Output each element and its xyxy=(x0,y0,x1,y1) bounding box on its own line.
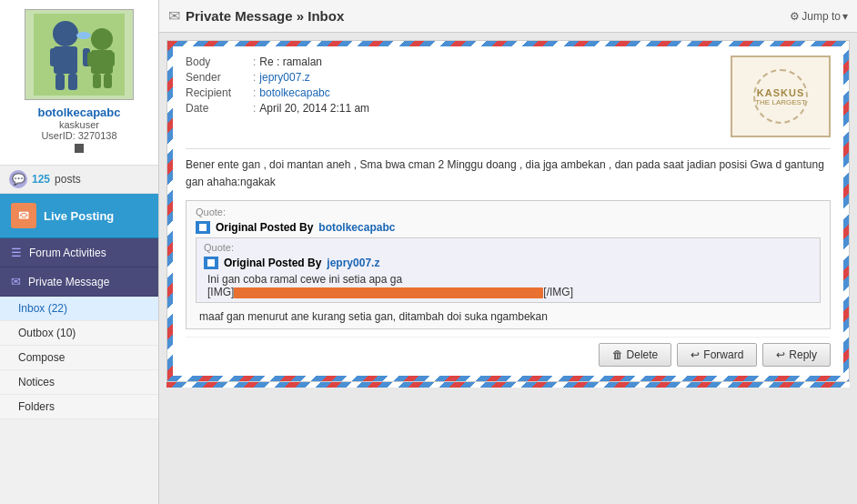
post-count-label: posts xyxy=(55,173,81,186)
sub-nav-folders[interactable]: Folders xyxy=(0,395,158,419)
inner-quote-author: jepry007.z xyxy=(327,257,379,269)
body-label: Body xyxy=(186,55,249,68)
stamp: KASKUS THE LARGEST xyxy=(731,55,831,137)
bottom-stripe xyxy=(166,382,850,388)
page-title: Private Message » Inbox xyxy=(186,8,344,24)
gear-icon: ⚙ xyxy=(790,10,800,23)
private-message-icon: ✉ xyxy=(11,275,21,288)
user-id: UserID: 3270138 xyxy=(41,130,116,141)
post-count-area: 💬 125 posts xyxy=(0,166,158,194)
page-title-area: ✉ Private Message » Inbox xyxy=(168,7,344,25)
sub-nav: Inbox (22) Outbox (10) Compose Notices F… xyxy=(0,297,158,419)
letter-outer: Body : Re : ramalan Sender : jepry007.z … xyxy=(166,40,850,382)
sub-nav-compose[interactable]: Compose xyxy=(0,346,158,370)
nav-private-label: Private Message xyxy=(28,276,109,288)
jump-to-button[interactable]: ⚙ Jump to ▾ xyxy=(790,10,848,23)
forward-icon: ↩ xyxy=(691,348,700,361)
nav-forum-label: Forum Activities xyxy=(29,247,106,259)
sub-nav-inbox[interactable]: Inbox (22) xyxy=(0,297,158,321)
nav-live-label: Live Posting xyxy=(44,209,114,223)
sub-nav-outbox[interactable]: Outbox (10) xyxy=(0,321,158,346)
reply-icon: ↩ xyxy=(776,348,785,361)
outer-quote: Quote: Original Posted By botolkecapabc … xyxy=(186,200,831,329)
svg-point-7 xyxy=(76,32,91,39)
message-header: Body : Re : ramalan Sender : jepry007.z … xyxy=(186,55,831,137)
svg-rect-3 xyxy=(50,48,57,66)
message-fields: Body : Re : ramalan Sender : jepry007.z … xyxy=(186,55,369,137)
outer-quote-author: botolkecapabc xyxy=(318,221,395,234)
recipient-label: Recipient xyxy=(186,86,249,99)
user-level-indicator xyxy=(75,144,84,153)
field-sender: Sender : jepry007.z xyxy=(186,71,369,84)
field-recipient: Recipient : botolkecapabc xyxy=(186,86,369,99)
body-value: Re : ramalan xyxy=(259,55,322,68)
footer-actions: 🗑 Delete ↩ Forward ↩ Reply xyxy=(186,337,831,367)
stamp-area: KASKUS THE LARGEST xyxy=(731,55,831,137)
recipient-value[interactable]: botolkecapabc xyxy=(259,86,329,99)
letter-wrapper: Body : Re : ramalan Sender : jepry007.z … xyxy=(159,33,857,504)
top-bar: ✉ Private Message » Inbox ⚙ Jump to ▾ xyxy=(159,0,857,33)
svg-rect-13 xyxy=(104,74,112,88)
date-value: April 20, 2014 2:11 am xyxy=(259,102,369,115)
live-posting-icon: ✉ xyxy=(11,203,36,228)
svg-rect-5 xyxy=(55,74,65,90)
letter-inner: Body : Re : ramalan Sender : jepry007.z … xyxy=(173,46,843,376)
post-count-icon: 💬 xyxy=(9,170,27,188)
nav-live-posting[interactable]: ✉ Live Posting xyxy=(0,194,158,238)
mail-icon: ✉ xyxy=(168,7,180,25)
field-body: Body : Re : ramalan xyxy=(186,55,369,68)
inner-quote-header: Original Posted By jepry007.z xyxy=(204,257,812,269)
stamp-circle: KASKUS THE LARGEST xyxy=(753,69,808,124)
delete-button[interactable]: 🗑 Delete xyxy=(599,343,672,367)
sender-value[interactable]: jepry007.z xyxy=(259,71,309,84)
nav-forum-activities[interactable]: ☰ Forum Activities xyxy=(0,238,158,267)
field-date: Date : April 20, 2014 2:11 am xyxy=(186,102,369,115)
svg-rect-6 xyxy=(68,74,77,90)
user-role: kaskuser xyxy=(59,119,99,130)
sidebar: botolkecapabc kaskuser UserID: 3270138 💬… xyxy=(0,0,159,504)
inner-quote-body: Ini gan coba ramal cewe ini setia apa ga… xyxy=(204,273,812,298)
svg-rect-11 xyxy=(108,52,115,66)
reply-button[interactable]: ↩ Reply xyxy=(762,343,831,367)
forward-button[interactable]: ↩ Forward xyxy=(677,343,757,367)
inner-original-posted-by: Original Posted By xyxy=(224,257,321,269)
forum-activities-icon: ☰ xyxy=(11,246,22,259)
inner-quote-label: Quote: xyxy=(204,242,812,253)
svg-rect-10 xyxy=(87,52,94,66)
avatar xyxy=(25,9,134,100)
delete-icon: 🗑 xyxy=(612,348,623,361)
stamp-text: KASKUS xyxy=(757,87,804,98)
svg-point-8 xyxy=(91,28,113,50)
svg-rect-12 xyxy=(93,74,101,88)
img-line: [IMG][/IMG] xyxy=(207,286,812,298)
redacted-url xyxy=(234,287,543,298)
nav-private-message[interactable]: ✉ Private Message xyxy=(0,267,158,297)
sub-nav-notices[interactable]: Notices xyxy=(0,370,158,395)
inner-quote-icon xyxy=(204,257,218,269)
svg-point-1 xyxy=(53,21,78,46)
outer-original-posted-by: Original Posted By xyxy=(216,221,313,234)
main-content: ✉ Private Message » Inbox ⚙ Jump to ▾ Bo… xyxy=(159,0,857,504)
stamp-sub: THE LARGEST xyxy=(755,98,806,106)
outer-quote-header: Original Posted By botolkecapabc xyxy=(196,221,821,234)
sender-label: Sender xyxy=(186,71,249,84)
chevron-down-icon: ▾ xyxy=(842,10,848,23)
inner-quote: Quote: Original Posted By jepry007.z Ini… xyxy=(196,237,821,303)
user-profile-area: botolkecapabc kaskuser UserID: 3270138 xyxy=(0,0,158,166)
quote-label: Quote: xyxy=(196,207,821,217)
quote-icon xyxy=(196,221,210,234)
date-label: Date xyxy=(186,102,249,115)
outer-quote-body: maaf gan menurut ane kurang setia gan, d… xyxy=(196,310,821,323)
message-body-text: Bener ente gan , doi mantan aneh , Sma b… xyxy=(186,148,831,191)
username[interactable]: botolkecapabc xyxy=(37,106,120,119)
post-count-number: 125 xyxy=(32,173,50,186)
